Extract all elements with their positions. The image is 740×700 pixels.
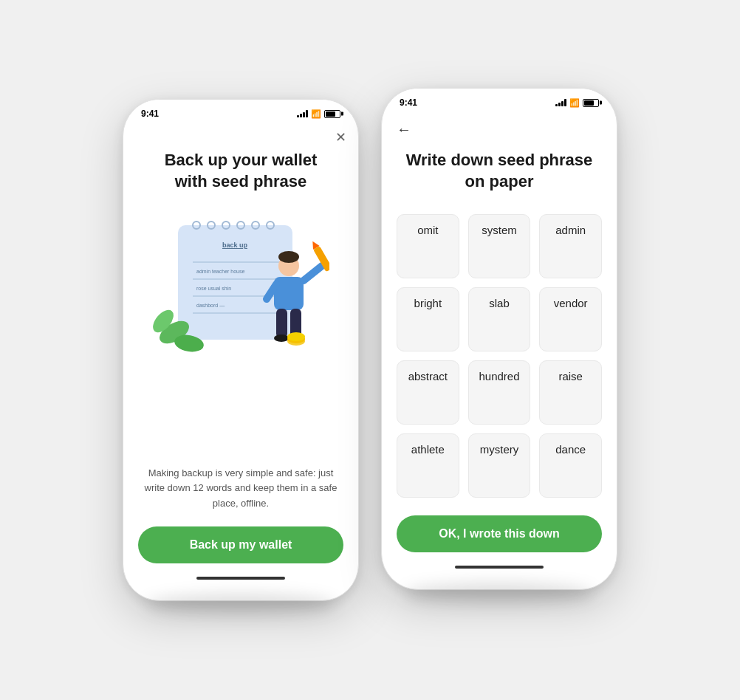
seed-word-12: dance (539, 433, 602, 498)
seed-word-9: raise (539, 360, 602, 425)
svg-line-21 (304, 266, 322, 281)
phone1-title: Back up your walletwith seed phrase (165, 150, 318, 192)
svg-text:dashbord  —: dashbord — (196, 303, 225, 308)
backup-illustration: back up admin teacher house rose usual s… (152, 207, 329, 354)
svg-text:back up: back up (222, 241, 248, 249)
phone-1: 9:41 📶 ✕ Back up you (123, 99, 359, 601)
seed-word-7: abstract (397, 360, 459, 425)
seed-word-5: slab (468, 287, 531, 351)
seed-word-1: omit (397, 214, 459, 278)
wifi-icon-2: 📶 (569, 98, 580, 108)
ok-wrote-button[interactable]: OK, I wrote this down (397, 515, 602, 552)
home-indicator-1 (196, 577, 285, 580)
seed-word-3: admin (539, 214, 602, 278)
svg-point-19 (278, 251, 299, 263)
svg-text:admin  teacher  house: admin teacher house (196, 269, 244, 274)
seed-word-6: vendor (539, 287, 602, 351)
time-2: 9:41 (400, 97, 417, 108)
seed-word-10: athlete (397, 433, 459, 498)
seed-word-4: bright (397, 287, 459, 351)
time-1: 9:41 (141, 109, 159, 119)
svg-point-31 (287, 332, 305, 341)
back-button[interactable]: ← (397, 118, 411, 141)
home-indicator-2 (455, 566, 544, 569)
close-button[interactable]: ✕ (335, 129, 346, 145)
signal-icon-2 (555, 99, 566, 106)
seed-phrase-grid: omitsystemadminbrightslabvendorabstracth… (397, 214, 602, 498)
battery-icon-2 (583, 99, 599, 107)
seed-word-8: hundred (468, 360, 531, 425)
svg-text:rose  usual  shin: rose usual shin (196, 286, 231, 291)
phone-2: 9:41 📶 ← Write dow (381, 88, 617, 590)
battery-icon-1 (324, 110, 340, 118)
svg-rect-25 (276, 309, 287, 338)
phone1-description: Making backup is very simple and safe: j… (138, 366, 343, 512)
phone2-title: Write down seed phraseon paper (397, 150, 602, 192)
seed-word-11: mystery (468, 433, 531, 498)
seed-word-2: system (468, 214, 531, 278)
signal-icon-1 (297, 110, 308, 117)
wifi-icon-1: 📶 (311, 109, 321, 119)
svg-point-27 (274, 334, 289, 342)
backup-wallet-button[interactable]: Back up my wallet (138, 526, 343, 563)
